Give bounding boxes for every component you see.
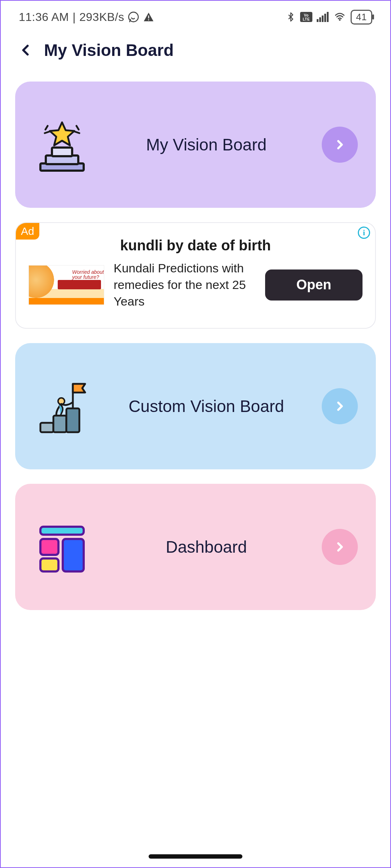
home-indicator[interactable] bbox=[149, 854, 242, 859]
bluetooth-icon bbox=[286, 11, 296, 23]
svg-rect-9 bbox=[324, 14, 326, 22]
chevron-right-icon bbox=[322, 529, 358, 565]
my-vision-board-label: My Vision Board bbox=[102, 135, 311, 154]
svg-rect-20 bbox=[40, 527, 84, 535]
dashboard-layout-icon bbox=[33, 518, 91, 576]
svg-text:Vo: Vo bbox=[304, 13, 309, 17]
status-time: 11:36 AM bbox=[19, 10, 69, 24]
battery-indicator: 41 bbox=[351, 10, 372, 25]
svg-rect-16 bbox=[53, 416, 66, 432]
ad-title: kundli by date of birth bbox=[28, 237, 363, 254]
svg-rect-2 bbox=[148, 19, 149, 21]
ad-thumb-line2: your future? bbox=[72, 274, 99, 280]
dashboard-label: Dashboard bbox=[102, 537, 311, 557]
status-right: Vo LTE 41 bbox=[286, 10, 372, 25]
back-button[interactable] bbox=[19, 43, 33, 57]
volte-icon: Vo LTE bbox=[300, 12, 312, 22]
svg-rect-7 bbox=[319, 17, 321, 22]
svg-rect-22 bbox=[40, 558, 58, 571]
svg-rect-1 bbox=[148, 16, 149, 18]
info-icon[interactable]: i bbox=[358, 227, 370, 239]
goal-flag-icon bbox=[33, 377, 91, 435]
ad-description: Kundali Predictions with remedies for th… bbox=[114, 260, 256, 310]
ad-badge: Ad bbox=[16, 223, 39, 240]
status-bar: 11:36 AM | 293KB/s Vo bbox=[1, 1, 390, 33]
battery-level: 41 bbox=[356, 12, 367, 22]
trophy-star-icon bbox=[33, 116, 91, 174]
wifi-icon bbox=[333, 12, 346, 22]
status-net-speed: 293KB/s bbox=[79, 10, 124, 24]
custom-vision-board-label: Custom Vision Board bbox=[102, 396, 311, 416]
svg-text:LTE: LTE bbox=[303, 17, 310, 21]
page-title: My Vision Board bbox=[44, 40, 174, 60]
svg-rect-23 bbox=[63, 539, 84, 571]
status-separator: | bbox=[73, 10, 76, 24]
ad-row: Worried about your future? Kundali Predi… bbox=[28, 260, 363, 310]
header: My Vision Board bbox=[1, 33, 390, 74]
dashboard-card[interactable]: Dashboard bbox=[15, 484, 376, 610]
svg-rect-15 bbox=[40, 423, 53, 432]
my-vision-board-card[interactable]: My Vision Board bbox=[15, 82, 376, 208]
card-stack: My Vision Board Ad i kundli by date of b… bbox=[1, 74, 390, 610]
custom-vision-board-card[interactable]: Custom Vision Board bbox=[15, 343, 376, 469]
svg-rect-10 bbox=[327, 12, 329, 22]
chevron-right-icon bbox=[322, 127, 358, 163]
svg-rect-6 bbox=[317, 19, 318, 22]
ad-open-button[interactable]: Open bbox=[265, 269, 363, 301]
cell-signal-icon bbox=[317, 12, 329, 22]
ad-thumbnail: Worried about your future? bbox=[28, 265, 104, 305]
ad-card[interactable]: Ad i kundli by date of birth Worried abo… bbox=[15, 222, 376, 329]
svg-point-11 bbox=[339, 19, 341, 21]
chevron-right-icon bbox=[322, 388, 358, 424]
svg-rect-14 bbox=[52, 148, 72, 156]
warning-icon bbox=[143, 11, 154, 23]
svg-rect-21 bbox=[40, 539, 58, 555]
status-left: 11:36 AM | 293KB/s bbox=[19, 10, 154, 24]
svg-rect-8 bbox=[322, 16, 324, 22]
whatsapp-icon bbox=[128, 11, 139, 23]
svg-rect-17 bbox=[66, 408, 79, 432]
